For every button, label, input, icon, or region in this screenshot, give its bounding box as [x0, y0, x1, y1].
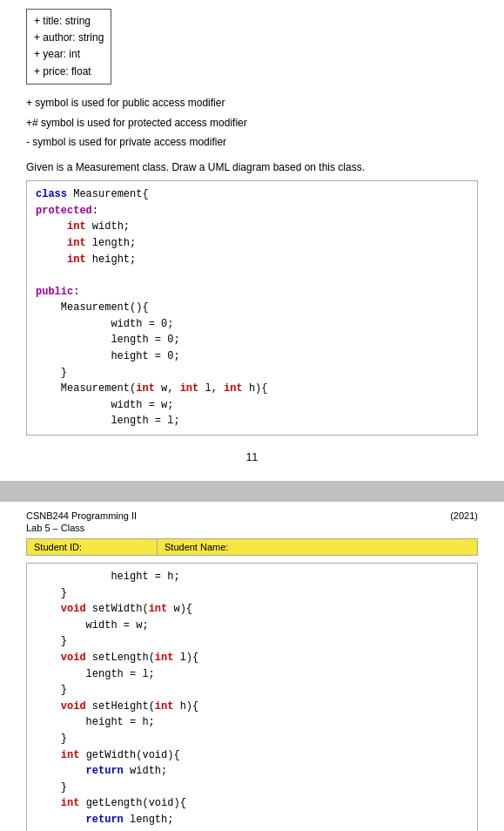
lab-title: Lab 5 – Class	[26, 523, 478, 533]
page: + title: string + author: string + year:…	[0, 0, 504, 831]
student-name-label: Student Name:	[165, 542, 228, 552]
page-number: 11	[26, 444, 478, 472]
bottom-section: CSNB244 Programming II (2021) Lab 5 – Cl…	[0, 502, 504, 831]
legend-2: +# symbol is used for protected access m…	[26, 113, 478, 133]
course-year: (2021)	[450, 510, 478, 521]
legend-3: - symbol is used for private access modi…	[26, 132, 478, 152]
student-name-cell[interactable]: Student Name:	[158, 539, 477, 555]
course-name: CSNB244 Programming II	[26, 510, 137, 521]
uml-table: + title: string + author: string + year:…	[26, 9, 111, 84]
student-id-cell[interactable]: Student ID:	[27, 539, 158, 555]
divider	[0, 481, 504, 502]
uml-row-3: + year: int	[34, 46, 104, 63]
legend-1: + symbol is used for public access modif…	[26, 93, 478, 113]
uml-row-2: + author: string	[34, 30, 104, 46]
student-bar: Student ID: Student Name:	[26, 538, 478, 556]
uml-row-1: + title: string	[34, 13, 104, 30]
question-text: Given is a Measurement class. Draw a UML…	[26, 161, 478, 173]
code-block-bottom: height = h; } void setWidth(int w){ widt…	[26, 563, 478, 831]
student-id-label: Student ID:	[34, 542, 82, 552]
access-legend: + symbol is used for public access modif…	[26, 93, 478, 152]
code-block-top: class Measurement{ protected: int width;…	[26, 180, 478, 436]
course-header: CSNB244 Programming II (2021)	[26, 510, 478, 521]
uml-row-4: + price: float	[34, 64, 104, 80]
top-section: + title: string + author: string + year:…	[0, 0, 504, 481]
